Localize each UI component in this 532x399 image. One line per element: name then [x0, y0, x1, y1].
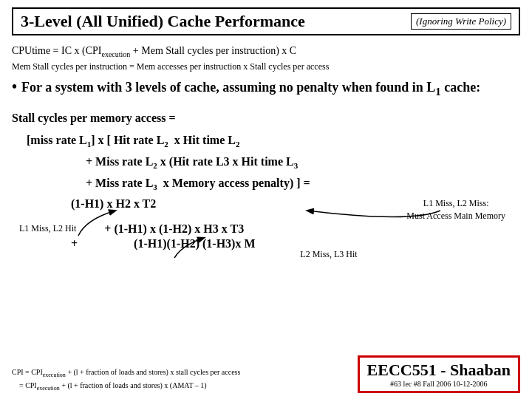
lower-formulas: (1-H1) x H2 x T2 L1 Miss, L2 Miss: Must … [12, 197, 520, 260]
formula3-text: + (1-H1)(1-H2) (1-H3)x M [71, 237, 520, 250]
l2-miss-l3-hit-label: L2 Miss, L3 Hit [137, 249, 520, 260]
mem-stall-formula: Mem Stall cycles per instruction = Mem a… [12, 61, 520, 72]
l1-miss-l2-hit-label: L1 Miss, L2 Hit [19, 223, 76, 234]
bullet-point: • [12, 78, 17, 95]
formula2-text: + (1-H1) x (1-H2) x H3 x T3 [104, 222, 244, 236]
formula-line3: + Miss rate L3 x Memory access penalty) … [86, 173, 520, 194]
bullet-section: For a system with 3 levels of cache, ass… [21, 78, 480, 100]
brand-block: EECC551 - Shaaban #63 lec #8 Fall 2006 1… [358, 355, 520, 393]
cpi-note-line1: CPI = CPIexecution + (l + fraction of lo… [12, 366, 240, 380]
formula-line2: + Miss rate L2 x (Hit rate L3 x Hit time… [86, 151, 520, 173]
l1-l2-miss-note: L1 Miss, L2 Miss: Must Access Main Memor… [406, 197, 505, 222]
brand-box: EECC551 - Shaaban #63 lec #8 Fall 2006 1… [358, 355, 520, 393]
cpi-note-line2: = CPIexecution + (l + fraction of loads … [12, 380, 240, 393]
formula-row2: L1 Miss, L2 Hit + (1-H1) x (1-H2) x H3 x… [12, 222, 520, 236]
formula-line1: [miss rate L1] x [ Hit rate L2 x Hit tim… [27, 130, 520, 151]
cpu-time-text: CPUtime = IC x (CPIexecution + Mem Stall… [12, 45, 296, 56]
header: 3-Level (All Unified) Cache Performance … [12, 7, 520, 35]
formula-block: [miss rate L1] x [ Hit rate L2 x Hit tim… [27, 130, 520, 194]
formula-row1: (1-H1) x H2 x T2 L1 Miss, L2 Miss: Must … [12, 197, 520, 222]
stall-cycles-label: Stall cycles per memory access = [12, 109, 520, 127]
formula-row3: + (1-H1)(1-H2) (1-H3)x M [12, 237, 520, 250]
page-title: 3-Level (All Unified) Cache Performance [21, 12, 305, 31]
cpi-formulas: CPI = CPIexecution + (l + fraction of lo… [12, 366, 240, 393]
bottom-section: CPI = CPIexecution + (l + fraction of lo… [12, 355, 520, 393]
brand-subtitle: #63 lec #8 Fall 2006 10-12-2006 [367, 380, 511, 388]
cpu-time-formula: CPUtime = IC x (CPIexecution + Mem Stall… [12, 43, 520, 60]
page: 3-Level (All Unified) Cache Performance … [0, 0, 532, 399]
brand-title: EECC551 - Shaaban [367, 361, 511, 380]
formula1-text: (1-H1) x H2 x T2 [71, 197, 406, 211]
header-subtitle: (Ignoring Write Policy) [411, 13, 511, 30]
